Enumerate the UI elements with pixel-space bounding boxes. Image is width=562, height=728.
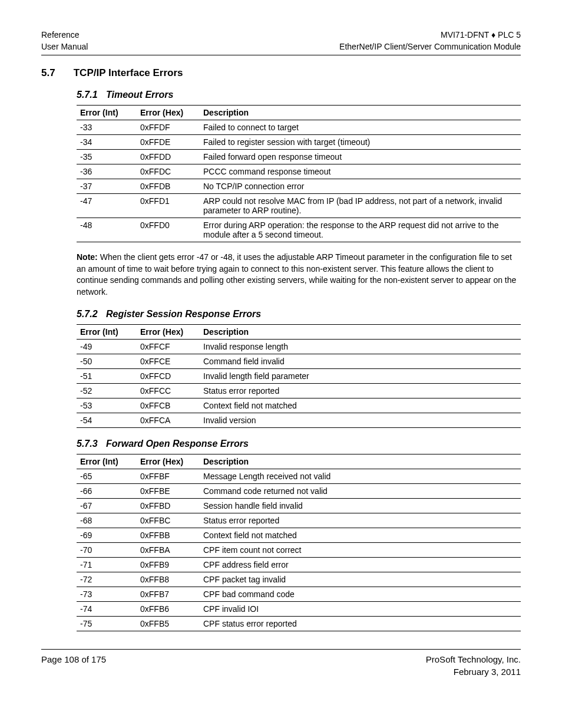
column-header: Error (Int) — [77, 454, 137, 469]
table-row: -700xFFBACPF item count not correct — [77, 542, 521, 557]
table-row: -370xFFDBNo TCP/IP connection error — [77, 179, 521, 194]
table-row: -340xFFDEFailed to register session with… — [77, 135, 521, 150]
table-cell: Error during ARP operation: the response… — [200, 218, 521, 242]
table-cell: -67 — [77, 498, 137, 513]
table-cell: 0xFFCF — [137, 339, 200, 354]
table-cell: 0xFFBB — [137, 528, 200, 542]
table-cell: 0xFFB7 — [137, 587, 200, 601]
table-cell: Invalid response length — [200, 339, 521, 354]
table-row: -650xFFBFMessage Length received not val… — [77, 469, 521, 483]
column-header: Error (Hex) — [137, 324, 200, 339]
table-row: -350xFFDDFailed forward open response ti… — [77, 150, 521, 164]
table-cell: CPF address field error — [200, 557, 521, 572]
table-cell: -53 — [77, 398, 137, 413]
table-cell: Context field not matched — [200, 528, 521, 542]
column-header: Description — [200, 106, 521, 120]
note-label: Note: — [77, 252, 98, 262]
table-cell: PCCC command response timeout — [200, 164, 521, 179]
table-cell: Failed to connect to target — [200, 120, 521, 135]
table-cell: 0xFFCE — [137, 354, 200, 368]
footer-rule — [41, 649, 521, 650]
table-cell: -48 — [77, 218, 137, 242]
table-cell: 0xFFDE — [137, 135, 200, 150]
column-header: Error (Hex) — [137, 454, 200, 469]
error-table: Error (Int)Error (Hex)Description-330xFF… — [77, 105, 521, 242]
subsection-heading: 5.7.1Timeout Errors — [77, 90, 521, 100]
table-cell: 0xFFBE — [137, 483, 200, 498]
subsection-number: 5.7.1 — [77, 90, 106, 100]
table-row: -740xFFB6CPF invalid IOI — [77, 601, 521, 616]
table-cell: -34 — [77, 135, 137, 150]
table-row: -710xFFB9CPF address field error — [77, 557, 521, 572]
table-cell: Failed to register session with target (… — [200, 135, 521, 150]
table-cell: CPF item count not correct — [200, 542, 521, 557]
header-rule — [41, 55, 521, 55]
table-cell: Command code returned not valid — [200, 483, 521, 498]
header-left-line1: Reference — [41, 29, 88, 41]
table-cell: 0xFFDC — [137, 164, 200, 179]
table-cell: 0xFFCB — [137, 398, 200, 413]
subsection-title: Timeout Errors — [106, 90, 173, 100]
page-footer: Page 108 of 175 ProSoft Technology, Inc.… — [41, 653, 521, 678]
table-row: -690xFFBBContext field not matched — [77, 528, 521, 542]
table-row: -520xFFCCStatus error reported — [77, 383, 521, 398]
table-cell: Invalid length field parameter — [200, 368, 521, 383]
table-cell: 0xFFCD — [137, 368, 200, 383]
column-header: Description — [200, 454, 521, 469]
table-cell: -71 — [77, 557, 137, 572]
table-cell: 0xFFBA — [137, 542, 200, 557]
table-row: -490xFFCFInvalid response length — [77, 339, 521, 354]
table-cell: ARP could not resolve MAC from IP (bad I… — [200, 194, 521, 218]
table-cell: -33 — [77, 120, 137, 135]
table-cell: -75 — [77, 616, 137, 631]
table-row: -330xFFDFFailed to connect to target — [77, 120, 521, 135]
table-cell: -51 — [77, 368, 137, 383]
table-cell: -52 — [77, 383, 137, 398]
footer-company: ProSoft Technology, Inc. — [426, 653, 521, 666]
table-cell: 0xFFB5 — [137, 616, 200, 631]
table-cell: 0xFFB9 — [137, 557, 200, 572]
footer-page: Page 108 of 175 — [41, 653, 106, 678]
table-cell: Status error reported — [200, 513, 521, 528]
table-cell: Context field not matched — [200, 398, 521, 413]
table-cell: -47 — [77, 194, 137, 218]
table-row: -470xFFD1ARP could not resolve MAC from … — [77, 194, 521, 218]
table-cell: 0xFFCC — [137, 383, 200, 398]
table-cell: -72 — [77, 572, 137, 587]
column-header: Error (Int) — [77, 106, 137, 120]
subsection-title: Forward Open Response Errors — [106, 439, 249, 449]
table-cell: No TCP/IP connection error — [200, 179, 521, 194]
table-cell: -50 — [77, 354, 137, 368]
table-cell: -36 — [77, 164, 137, 179]
table-cell: Session handle field invalid — [200, 498, 521, 513]
error-table: Error (Int)Error (Hex)Description-650xFF… — [77, 454, 521, 631]
table-cell: -54 — [77, 413, 137, 427]
table-cell: Failed forward open response timeout — [200, 150, 521, 164]
subsection-number: 5.7.3 — [77, 439, 106, 449]
table-cell: -35 — [77, 150, 137, 164]
note-paragraph: Note: When the client gets error -47 or … — [77, 252, 521, 298]
header-left-line2: User Manual — [41, 41, 88, 53]
table-cell: 0xFFDB — [137, 179, 200, 194]
table-row: -730xFFB7CPF bad command code — [77, 587, 521, 601]
subsection-heading: 5.7.3Forward Open Response Errors — [77, 439, 521, 449]
subsection-number: 5.7.2 — [77, 309, 106, 319]
column-header: Error (Int) — [77, 324, 137, 339]
table-cell: -49 — [77, 339, 137, 354]
table-row: -510xFFCDInvalid length field parameter — [77, 368, 521, 383]
table-cell: -65 — [77, 469, 137, 483]
table-cell: Invalid version — [200, 413, 521, 427]
table-cell: 0xFFB8 — [137, 572, 200, 587]
header-right-line2: EtherNet/IP Client/Server Communication … — [339, 41, 521, 53]
table-cell: -70 — [77, 542, 137, 557]
subsection-heading: 5.7.2Register Session Response Errors — [77, 309, 521, 319]
table-row: -530xFFCBContext field not matched — [77, 398, 521, 413]
column-header: Description — [200, 324, 521, 339]
table-cell: 0xFFD1 — [137, 194, 200, 218]
table-cell: 0xFFBC — [137, 513, 200, 528]
table-cell: 0xFFDD — [137, 150, 200, 164]
table-cell: 0xFFDF — [137, 120, 200, 135]
table-cell: -66 — [77, 483, 137, 498]
table-row: -750xFFB5CPF status error reported — [77, 616, 521, 631]
table-cell: Command field invalid — [200, 354, 521, 368]
